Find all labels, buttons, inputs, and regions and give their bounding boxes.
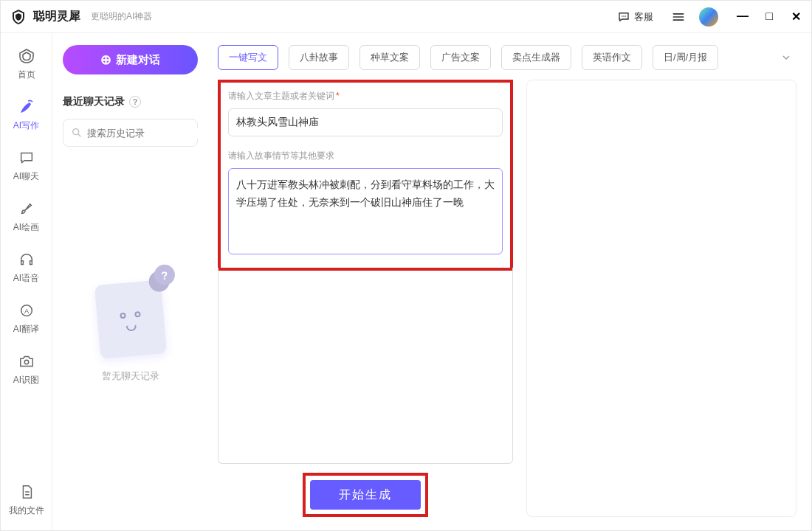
chip-quick-write[interactable]: 一键写文	[218, 45, 278, 70]
home-icon	[17, 46, 36, 66]
new-chat-button[interactable]: ⊕ 新建对话	[63, 45, 198, 74]
file-icon	[17, 482, 36, 502]
avatar[interactable]	[699, 7, 718, 27]
chip-ad-copy[interactable]: 广告文案	[430, 45, 491, 70]
history-title: 最近聊天记录 ?	[63, 95, 198, 108]
sidebar-item-home[interactable]: 首页	[1, 44, 52, 84]
chip-gossip-story[interactable]: 八卦故事	[289, 45, 349, 70]
headphone-icon	[17, 250, 36, 269]
history-panel: ⊕ 新建对话 最近聊天记录 ? ? 暂无聊天记录	[52, 33, 209, 530]
pen-icon	[17, 97, 36, 117]
sidebar-item-draw[interactable]: AI绘画	[1, 196, 52, 237]
sidebar-item-label: AI聊天	[13, 170, 39, 183]
sidebar-item-label: AI翻译	[13, 323, 39, 336]
svg-point-0	[622, 15, 623, 17]
chip-english-essay[interactable]: 英语作文	[582, 45, 642, 70]
window-minimize[interactable]: —	[736, 10, 749, 24]
window-controls: — □ ✕	[736, 10, 802, 24]
window-maximize[interactable]: □	[763, 10, 776, 24]
highlight-box-inputs: 请输入文章主题或者关键词* 请输入故事情节等其他要求	[218, 80, 513, 271]
search-history[interactable]	[63, 119, 198, 147]
topic-label: 请输入文章主题或者关键词*	[228, 90, 503, 103]
app-name: 聪明灵犀	[33, 9, 80, 24]
svg-point-6	[73, 129, 79, 135]
chip-sell-point[interactable]: 卖点生成器	[501, 45, 571, 70]
sidebar-item-label: 首页	[18, 69, 35, 81]
chevron-down-icon[interactable]	[776, 47, 796, 68]
svg-point-1	[623, 15, 625, 17]
new-chat-label: 新建对话	[116, 53, 160, 67]
sidebar: 首页 AI写作 AI聊天 AI绘画 AI语音	[1, 33, 52, 530]
app-brand: 聪明灵犀 更聪明的AI神器	[10, 8, 152, 26]
story-label: 请输入故事情节等其他要求	[228, 150, 503, 162]
search-icon	[71, 127, 83, 139]
empty-text: 暂无聊天记录	[102, 369, 159, 383]
output-pane	[526, 80, 796, 517]
svg-point-2	[625, 15, 627, 17]
history-title-text: 最近聊天记录	[63, 95, 125, 108]
app-logo-icon	[10, 8, 27, 26]
topic-input[interactable]	[228, 108, 503, 136]
sidebar-item-label: AI写作	[13, 119, 39, 132]
app-subtitle: 更聪明的AI神器	[91, 10, 152, 23]
story-textarea-extend[interactable]	[218, 268, 513, 464]
chip-seed-copy[interactable]: 种草文案	[359, 45, 420, 70]
sidebar-item-label: AI识图	[13, 374, 39, 386]
sidebar-item-label: AI绘画	[13, 221, 39, 234]
search-input[interactable]	[87, 128, 211, 139]
sidebar-item-translate[interactable]: A AI翻译	[1, 298, 52, 339]
chat-bubble-icon	[616, 10, 631, 24]
sidebar-item-voice[interactable]: AI语音	[1, 247, 52, 288]
sidebar-item-label: 我的文件	[9, 504, 44, 517]
sidebar-item-write[interactable]: AI写作	[1, 94, 52, 135]
sidebar-item-vision[interactable]: AI识图	[1, 349, 52, 389]
brush-icon	[17, 199, 36, 218]
highlight-box-generate: 开始生成	[303, 473, 428, 517]
plus-icon: ⊕	[100, 52, 111, 68]
empty-illustration: ?	[94, 280, 166, 358]
help-icon[interactable]: ?	[129, 96, 141, 108]
svg-point-5	[24, 360, 29, 364]
form-pane: 请输入文章主题或者关键词* 请输入故事情节等其他要求 开始生成	[218, 80, 513, 517]
history-empty-state: ? 暂无聊天记录	[63, 147, 198, 518]
menu-icon[interactable]	[671, 10, 686, 24]
chip-report[interactable]: 日/周/月报	[653, 45, 718, 70]
template-chips: 一键写文 八卦故事 种草文案 广告文案 卖点生成器 英语作文 日/周/月报	[218, 45, 796, 70]
window-close[interactable]: ✕	[789, 10, 802, 24]
story-textarea[interactable]	[228, 168, 503, 254]
workspace: 一键写文 八卦故事 种草文案 广告文案 卖点生成器 英语作文 日/周/月报 请输…	[209, 33, 811, 530]
support-label: 客服	[634, 10, 653, 24]
translate-icon: A	[17, 301, 36, 320]
sidebar-item-label: AI语音	[13, 272, 39, 285]
titlebar: 聪明灵犀 更聪明的AI神器 客服 — □ ✕	[1, 1, 811, 33]
sidebar-item-chat[interactable]: AI聊天	[1, 145, 52, 186]
support-button[interactable]: 客服	[610, 7, 659, 27]
camera-icon	[17, 352, 36, 371]
chat-icon	[17, 148, 36, 167]
sidebar-item-myfiles[interactable]: 我的文件	[1, 479, 52, 520]
generate-button[interactable]: 开始生成	[310, 480, 421, 510]
svg-text:A: A	[24, 308, 29, 315]
